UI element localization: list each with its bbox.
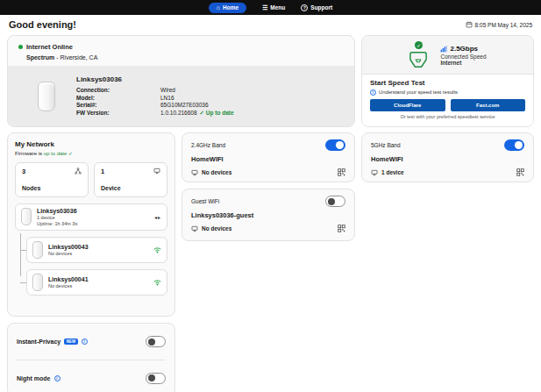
isp-location: - Riverside, CA xyxy=(56,54,97,61)
isp-name: Spectrum xyxy=(26,54,54,61)
calendar-icon xyxy=(466,21,473,28)
node-image xyxy=(32,274,43,291)
night-mode-toggle[interactable] xyxy=(146,373,166,384)
field-value: Wired xyxy=(160,87,344,93)
band-24ghz-ssid: HomeWIFI xyxy=(191,155,345,163)
node-image xyxy=(21,208,32,225)
nav-home[interactable]: ⌂ Home xyxy=(209,3,246,13)
guest-wifi-card: Guest WiFi Linksys03036-guest No devices xyxy=(182,189,355,241)
field-value: LN16 xyxy=(160,95,344,101)
home-icon: ⌂ xyxy=(217,4,220,11)
firmware-prefix: Firmware is xyxy=(15,151,44,156)
nav-support-label: Support xyxy=(310,4,332,11)
online-status-dot xyxy=(18,45,23,49)
guest-wifi-ssid: Linksys03036-guest xyxy=(191,211,345,219)
node-parent[interactable]: Linksys03036 1 device Uptime: 1h 34m 3s … xyxy=(15,203,167,231)
devices-icon xyxy=(371,169,378,176)
speed-target: Internet xyxy=(440,60,486,66)
night-mode-label: Night mode xyxy=(17,375,51,381)
band-24ghz-card: 2.4GHz Band HomeWIFI No devices xyxy=(182,132,355,182)
field-label: Serial#: xyxy=(76,102,160,108)
instant-privacy-row: Instant-Privacy NEW i xyxy=(17,324,166,360)
night-mode-row: Night mode i xyxy=(17,360,166,392)
guest-wifi-devices: No devices xyxy=(202,225,231,232)
wifi-signal-icon xyxy=(153,246,161,253)
qr-code-icon[interactable] xyxy=(516,168,524,176)
cloudflare-button[interactable]: CloudFlare xyxy=(370,99,445,111)
band-5ghz-toggle[interactable] xyxy=(504,139,524,151)
new-badge: NEW xyxy=(64,339,78,345)
support-icon: ? xyxy=(301,4,308,11)
devices-icon xyxy=(191,169,198,176)
firmware-status-line: Firmware is up to date ✓ xyxy=(15,150,167,156)
internet-status: Internet Online xyxy=(26,43,73,51)
nodes-stat-card[interactable]: 3 Nodes xyxy=(15,162,89,197)
devices-icon xyxy=(191,225,198,232)
router-name: Linksys03036 xyxy=(76,75,344,83)
band-5ghz-card: 5GHz Band HomeWIFI 1 device xyxy=(361,132,534,182)
band-5ghz-label: 5GHz Band xyxy=(371,142,401,148)
qr-code-icon[interactable] xyxy=(338,225,345,232)
my-network-card: My Network Firmware is up to date ✓ 3 xyxy=(7,132,175,317)
datetime: 8:05 PM May 14, 2025 xyxy=(466,21,532,28)
instant-privacy-label: Instant-Privacy xyxy=(17,339,61,345)
field-value: 65G10M27E03036 xyxy=(160,102,344,108)
band-5ghz-devices: 1 device xyxy=(381,169,404,175)
speed-test-card: ✓ 2.5Gbps xyxy=(361,35,534,127)
menu-icon: ☰ xyxy=(262,4,267,11)
wifi-signal-icon xyxy=(153,279,161,286)
band-5ghz-ssid: HomeWIFI xyxy=(371,155,524,163)
firmware-status: up to date ✓ xyxy=(44,151,73,156)
nodes-count: 3 xyxy=(22,167,25,175)
field-label: FW Version: xyxy=(76,110,160,117)
nodes-label: Nodes xyxy=(22,185,82,191)
guest-wifi-toggle[interactable] xyxy=(325,196,345,207)
instant-privacy-toggle[interactable] xyxy=(146,336,166,347)
node-child[interactable]: Linksys00041 No devices xyxy=(26,269,167,296)
speed-test-hint[interactable]: Understand your speed test results xyxy=(379,89,458,95)
qr-code-icon[interactable] xyxy=(338,168,345,176)
fw-version: 1.0.10.216608 xyxy=(160,110,197,116)
check-circle-icon: ✓ xyxy=(415,41,423,49)
greeting-row: Good evening! 8:05 PM May 14, 2025 xyxy=(0,15,541,34)
field-label: Connection: xyxy=(76,87,160,93)
connected-speed-value: 2.5Gbps xyxy=(450,45,478,53)
router-info-section: Linksys03036 Connection: Wired Model: LN… xyxy=(8,66,354,126)
router-image xyxy=(38,82,55,111)
nav-support[interactable]: ? Support xyxy=(301,4,332,11)
node-devices: No devices xyxy=(48,251,148,256)
node-uptime: Uptime: 1h 34m 3s xyxy=(37,221,149,226)
speed-test-title: Start Speed Test xyxy=(370,79,525,87)
my-network-title: My Network xyxy=(15,140,167,148)
node-devices: 1 device xyxy=(37,215,149,220)
info-icon[interactable]: i xyxy=(54,375,61,381)
node-name: Linksys03036 xyxy=(37,208,149,214)
fastcom-button[interactable]: Fast.com xyxy=(451,99,526,111)
info-icon[interactable]: i xyxy=(370,89,376,96)
devices-label: Device xyxy=(101,185,160,191)
top-nav: ⌂ Home ☰ Menu ? Support xyxy=(0,0,541,15)
devices-stat-card[interactable]: 1 Device xyxy=(94,162,167,197)
node-devices: No devices xyxy=(48,283,148,289)
node-name: Linksys00043 xyxy=(48,244,148,250)
devices-count: 1 xyxy=(101,167,104,175)
nav-home-label: Home xyxy=(223,4,238,11)
fw-value: 1.0.10.216608✓ Up to date xyxy=(160,110,344,117)
field-label: Model: xyxy=(76,95,160,101)
wired-connection-icon: ◂▸ xyxy=(154,214,161,220)
settings-card: Instant-Privacy NEW i Night mode i xyxy=(7,323,175,392)
guest-wifi-label: Guest WiFi xyxy=(191,198,219,204)
page-title: Good evening! xyxy=(9,19,76,30)
band-24ghz-label: 2.4GHz Band xyxy=(191,142,225,148)
fw-up-to-date-badge: ✓ Up to date xyxy=(200,110,234,116)
node-name: Linksys00041 xyxy=(48,276,148,282)
band-24ghz-devices: No devices xyxy=(202,169,231,175)
band-24ghz-toggle[interactable] xyxy=(325,139,345,151)
nav-menu[interactable]: ☰ Menu xyxy=(262,4,285,11)
node-image xyxy=(32,241,43,259)
node-child[interactable]: Linksys00043 No devices xyxy=(26,237,167,263)
connected-speed-caption: Connected Speed xyxy=(440,53,486,60)
router-outline-icon xyxy=(409,51,428,68)
speed-test-footnote: Or test with your preferred speedtest se… xyxy=(370,114,525,119)
info-icon[interactable]: i xyxy=(82,339,88,345)
